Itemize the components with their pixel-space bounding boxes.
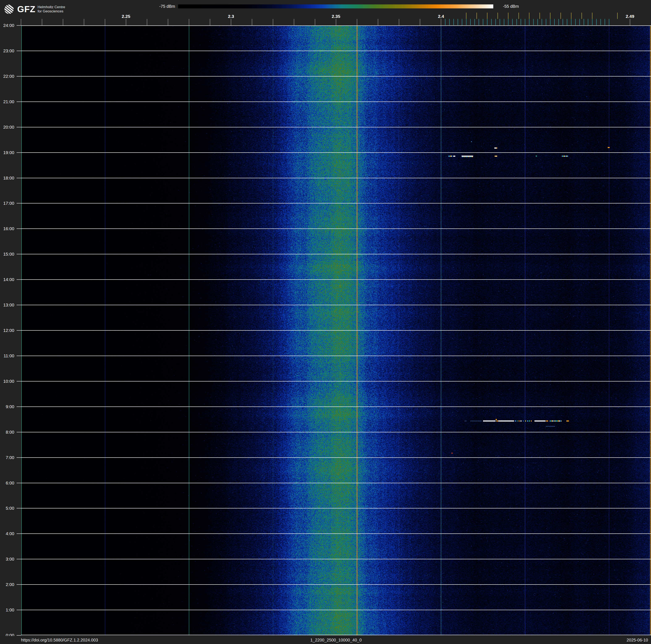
spectrogram-heatmap — [21, 25, 651, 635]
ble-channel-tick — [541, 19, 542, 25]
wifi-channel-tick — [550, 12, 550, 19]
ble-channel-tick — [462, 19, 462, 25]
freq-minor-tick — [168, 19, 168, 25]
hour-label: 23:00 — [0, 48, 14, 53]
hour-label: 10:00 — [0, 379, 14, 384]
ble-channel-tick — [525, 19, 525, 25]
hour-tick — [17, 25, 21, 26]
hour-tick — [17, 432, 21, 432]
wifi-channel-tick — [529, 12, 529, 19]
hour-label: 7:00 — [0, 455, 14, 460]
freq-minor-tick — [42, 19, 42, 25]
hour-tick — [17, 381, 21, 381]
hour-tick — [17, 483, 21, 483]
wifi-channel-tick — [508, 12, 508, 19]
doi-text: https://doi.org/10.5880/GFZ.1.2.2024.003 — [21, 638, 98, 643]
freq-minor-tick — [252, 19, 252, 25]
hour-tick — [17, 51, 21, 51]
ble-channel-tick — [592, 19, 592, 25]
freq-tick-label: 2.3 — [228, 14, 234, 19]
wifi-channel-tick — [582, 12, 582, 19]
freq-minor-tick — [294, 19, 294, 25]
hour-tick — [17, 356, 21, 356]
ble-channel-tick — [504, 19, 504, 25]
ble-channel-tick — [600, 19, 601, 25]
hour-tick — [17, 559, 21, 559]
ble-channel-tick — [470, 19, 471, 25]
hour-tick — [17, 457, 21, 458]
hour-label: 17:00 — [0, 201, 14, 206]
hour-label: 8:00 — [0, 430, 14, 435]
hour-tick — [17, 635, 21, 636]
ble-channel-tick — [588, 19, 588, 25]
ble-channel-tick — [571, 19, 571, 25]
ble-channel-tick — [487, 19, 488, 25]
ble-channel-tick — [529, 19, 529, 25]
ble-channel-tick — [491, 19, 492, 25]
hour-tick — [17, 508, 21, 508]
hour-label: 15:00 — [0, 252, 14, 257]
ble-channel-tick — [558, 19, 559, 25]
hour-label: 18:00 — [0, 176, 14, 180]
hour-tick — [17, 279, 21, 280]
freq-tick-label: 2.35 — [332, 14, 340, 19]
frequency-axis: 2.252.32.352.42.49 — [0, 0, 651, 25]
hour-tick — [17, 101, 21, 102]
freq-minor-tick — [273, 19, 273, 25]
hour-label: 13:00 — [0, 302, 14, 308]
freq-minor-tick — [315, 19, 315, 25]
freq-minor-tick — [420, 19, 420, 25]
hour-label: 1:00 — [0, 608, 14, 612]
hour-tick — [17, 610, 21, 610]
freq-minor-tick — [210, 19, 210, 25]
hour-label: 22:00 — [0, 74, 14, 79]
time-axis: 24:0023:0022:0021:0020:0019:0018:0017:00… — [0, 0, 21, 644]
ble-channel-tick — [521, 19, 521, 25]
ble-channel-tick — [458, 19, 458, 25]
ble-channel-tick — [604, 19, 605, 25]
wifi-channel-tick — [617, 12, 618, 19]
freq-minor-tick — [189, 19, 189, 25]
ble-channel-tick — [567, 19, 567, 25]
hour-tick — [17, 76, 21, 77]
spectrogram-app: GFZ Helmholtz Centre for Geosciences -75… — [0, 0, 651, 644]
ble-channel-tick — [445, 19, 445, 25]
hour-label: 16:00 — [0, 226, 14, 231]
wifi-channel-tick — [487, 12, 488, 19]
hour-tick — [17, 152, 21, 153]
freq-minor-tick — [63, 19, 63, 25]
hour-tick — [17, 229, 21, 229]
hour-tick — [17, 127, 21, 127]
hour-label: 9:00 — [0, 404, 14, 409]
ble-channel-tick — [449, 19, 450, 25]
ble-channel-tick — [609, 19, 609, 25]
wifi-channel-tick — [519, 12, 519, 19]
hour-tick — [17, 584, 21, 585]
hour-label: 5:00 — [0, 506, 14, 511]
freq-minor-tick — [357, 19, 357, 25]
wifi-channel-tick — [560, 12, 561, 19]
ble-channel-tick — [508, 19, 508, 25]
freq-minor-tick — [147, 19, 147, 25]
header-bar: GFZ Helmholtz Centre for Geosciences -75… — [0, 0, 651, 25]
freq-minor-tick — [630, 19, 630, 25]
ble-channel-tick — [474, 19, 475, 25]
hour-label: 2:00 — [0, 582, 14, 587]
wifi-channel-tick — [539, 12, 540, 19]
freq-minor-tick — [231, 19, 231, 25]
ble-channel-tick — [454, 19, 454, 25]
ble-channel-tick — [563, 19, 563, 25]
wifi-channel-tick — [476, 12, 477, 19]
freq-tick-label: 2.25 — [122, 14, 130, 19]
freq-minor-tick — [399, 19, 399, 25]
dataset-id-text: 1_2200_2500_10000_40_0 — [310, 638, 362, 643]
ble-channel-tick — [596, 19, 597, 25]
hour-tick — [17, 254, 21, 254]
wifi-channel-tick — [592, 12, 592, 19]
hour-tick — [17, 178, 21, 178]
ble-channel-tick — [500, 19, 500, 25]
hour-tick — [17, 533, 21, 534]
hour-tick — [17, 203, 21, 203]
freq-tick-label: 2.4 — [438, 14, 444, 19]
ble-channel-tick — [466, 19, 466, 25]
